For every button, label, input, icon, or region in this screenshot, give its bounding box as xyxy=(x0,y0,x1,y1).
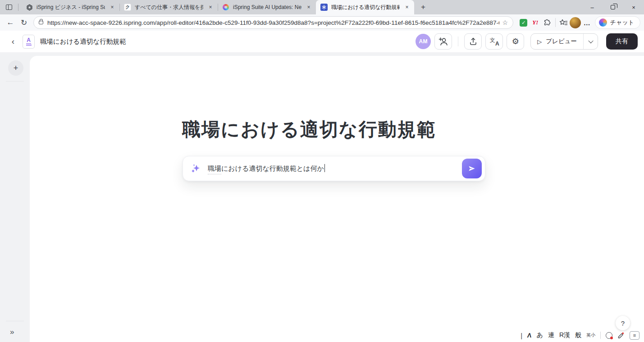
export-button[interactable] xyxy=(464,33,482,50)
gear-icon: ⚙ xyxy=(512,37,519,46)
ime-conversion-mode[interactable]: 連 xyxy=(548,331,554,339)
help-button[interactable]: ? xyxy=(616,316,630,330)
ime-pen-tool-icon[interactable] xyxy=(617,332,625,339)
page-title: 職場における適切な行動規範 xyxy=(40,37,126,46)
close-window-button[interactable]: × xyxy=(623,0,644,14)
tab-title: 職場における適切な行動規範 xyxy=(331,4,400,11)
sidebar-divider xyxy=(6,321,24,321)
tab-ispring-updates[interactable]: iSpring Suite AI Updates: New AI × xyxy=(218,0,316,14)
header-divider xyxy=(458,36,458,46)
restore-icon xyxy=(611,5,615,9)
translate-button[interactable]: 文 A xyxy=(485,33,503,50)
tab-ispring-business[interactable]: iSpring ビジネス - iSpring Suite AI × xyxy=(21,0,119,14)
close-icon[interactable]: × xyxy=(207,4,214,11)
restore-button[interactable] xyxy=(603,0,623,14)
preview-label: プレビュー xyxy=(546,37,577,46)
spinner-favicon-icon xyxy=(222,4,229,11)
copilot-chat-button[interactable]: チャット xyxy=(595,16,640,29)
profile-avatar xyxy=(570,17,581,28)
extensions-button[interactable] xyxy=(541,17,553,28)
prompt-text-rest: における適切な行動規範とは何か xyxy=(221,164,324,173)
asterisk-favicon-icon xyxy=(320,4,328,11)
browser-toolbar: ← ↻ https://new-acc-space-9226.ispring.c… xyxy=(0,14,644,31)
logo-letter: A xyxy=(26,37,31,44)
ime-status-icon[interactable] xyxy=(606,332,612,339)
ime-toolbar: | Λ あ 連 R漢 般 英小 ≡ xyxy=(521,330,639,341)
slide-heading: 職場における適切な行動規範 xyxy=(182,117,436,142)
tab-actions-button[interactable] xyxy=(3,2,15,13)
ime-caret: | xyxy=(521,332,522,339)
expand-sidebar-button[interactable]: » xyxy=(10,328,14,337)
add-collaborator-button[interactable] xyxy=(434,33,452,50)
preview-split-button: ▷ プレビュー xyxy=(530,33,598,50)
close-icon[interactable]: × xyxy=(109,4,116,11)
ai-prompt-card: 職場における適切な行動規範とは何か xyxy=(183,156,485,181)
check-icon: ✓ xyxy=(520,19,527,27)
translate-icon: 文 A xyxy=(490,37,499,46)
profile-button[interactable] xyxy=(570,17,581,28)
ime-dictionary-mode[interactable]: 般 xyxy=(575,331,581,339)
browser-window: iSpring ビジネス - iSpring Suite AI × ク すべての… xyxy=(0,0,644,342)
send-button[interactable] xyxy=(462,159,482,178)
toolbar-divider xyxy=(555,18,556,27)
ellipsis-icon: … xyxy=(584,19,591,27)
ku-favicon-icon: ク xyxy=(124,4,131,11)
tab-strip: iSpring ビジネス - iSpring Suite AI × ク すべての… xyxy=(0,0,644,14)
tab-title: iSpring ビジネス - iSpring Suite AI xyxy=(37,4,105,11)
upload-icon xyxy=(469,37,478,46)
ime-pen-icon[interactable]: Λ xyxy=(527,332,532,339)
tab-actions-icon xyxy=(6,5,12,10)
collaborator-avatar[interactable]: AM xyxy=(416,34,431,49)
ime-menu-button[interactable]: ≡ xyxy=(630,331,639,340)
app-header: ‹ A 職場における適切な行動規範 AM 文 A ⚙ ▷ プレビュー xyxy=(0,31,644,52)
favorites-star-icon xyxy=(559,19,568,27)
copilot-icon xyxy=(599,18,607,27)
tab-job-search[interactable]: ク すべての仕事・求人情報を探す | 在宅 × xyxy=(119,0,218,14)
refresh-button[interactable]: ↻ xyxy=(17,16,31,29)
share-button[interactable]: 共有 xyxy=(606,33,638,50)
new-tab-button[interactable]: + xyxy=(417,1,429,14)
editor-content: + » 職場における適切な行動規範 職場における適切な行動規範とは何か xyxy=(0,52,644,342)
ime-input-mode[interactable]: R漢 xyxy=(559,331,570,339)
address-bar[interactable]: https://new-acc-space-9226.ispring.com/a… xyxy=(33,16,513,29)
play-icon: ▷ xyxy=(537,38,542,45)
bookmark-star-icon[interactable]: ☆ xyxy=(499,17,511,28)
sidebar-divider xyxy=(6,81,24,82)
tab-title: すべての仕事・求人情報を探す | 在宅 xyxy=(135,4,203,11)
slides-sidebar: + » xyxy=(0,52,30,342)
prompt-text-underlined: 職場 xyxy=(208,164,221,174)
knot-logo-icon xyxy=(26,4,33,11)
tab-title: iSpring Suite AI Updates: New AI xyxy=(233,4,301,10)
prompt-input[interactable]: 職場における適切な行動規範とは何か xyxy=(208,163,325,174)
tab-strip-divider xyxy=(18,4,18,11)
preview-button[interactable]: ▷ プレビュー xyxy=(531,34,583,49)
sparkles-icon xyxy=(190,163,201,174)
ime-divider xyxy=(600,332,601,339)
close-icon[interactable]: × xyxy=(305,4,312,11)
lock-icon xyxy=(39,21,43,24)
back-button[interactable]: ← xyxy=(4,16,17,29)
close-icon[interactable]: × xyxy=(403,4,411,11)
yahoo-extension-button[interactable]: Y! xyxy=(530,17,541,28)
text-cursor xyxy=(324,164,325,172)
send-icon xyxy=(467,164,476,173)
app-back-button[interactable]: ‹ xyxy=(7,36,19,47)
yahoo-icon: Y! xyxy=(532,19,538,26)
add-slide-button[interactable]: + xyxy=(8,60,23,76)
slide-canvas: 職場における適切な行動規範 職場における適切な行動規範とは何か ? xyxy=(30,56,644,342)
url-text[interactable]: https://new-acc-space-9226.ispring.com/a… xyxy=(47,19,499,26)
minimize-button[interactable]: – xyxy=(582,0,603,14)
add-person-icon xyxy=(438,37,448,46)
settings-menu-button[interactable]: … xyxy=(581,17,593,28)
ime-case-mode[interactable]: 英小 xyxy=(586,332,595,338)
chevron-down-icon xyxy=(588,38,593,43)
ime-hiragana-mode[interactable]: あ xyxy=(537,331,543,339)
tab-active-code-of-conduct[interactable]: 職場における適切な行動規範 × xyxy=(316,0,414,14)
preview-dropdown-button[interactable] xyxy=(583,34,598,49)
puzzle-icon xyxy=(543,18,551,27)
checkmark-extension-button[interactable]: ✓ xyxy=(518,17,530,28)
favorites-button[interactable] xyxy=(558,17,570,28)
settings-button[interactable]: ⚙ xyxy=(507,33,524,50)
copilot-label: チャット xyxy=(610,18,634,27)
window-controls: – × xyxy=(582,0,644,14)
